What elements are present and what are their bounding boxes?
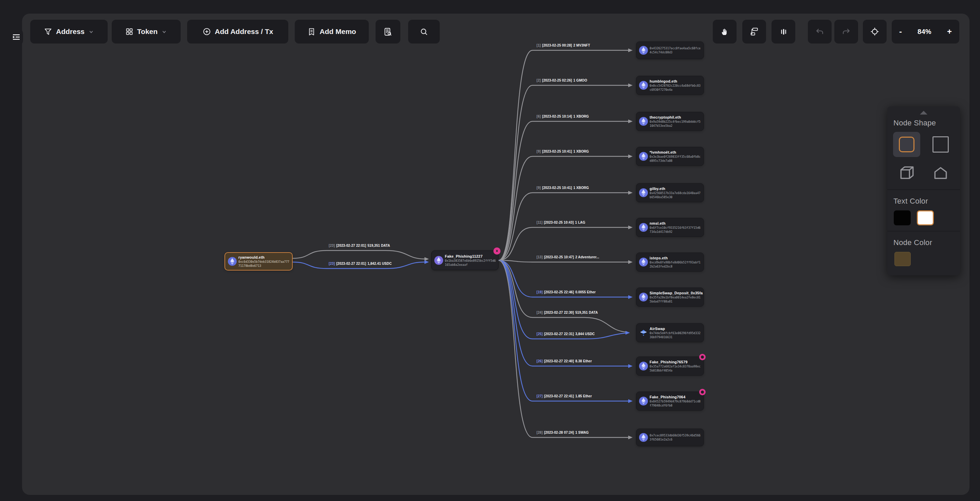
edge-amount: 1 XBORG <box>574 115 589 118</box>
node-name: humblegod.eth <box>650 79 702 84</box>
ethereum-icon <box>639 223 648 232</box>
edge-index: [9] <box>536 150 541 153</box>
auto-layout-button[interactable] <box>742 20 766 43</box>
hand-tool-button[interactable] <box>713 20 737 43</box>
add-memo-button[interactable]: Add Memo <box>295 20 369 43</box>
address-node[interactable]: gilby.eth 0x42560517b33a7e68cda1640aa47b… <box>636 183 704 202</box>
edge-amount: 0.0055 Ether <box>575 290 596 294</box>
sidebar-expand-tab[interactable] <box>0 28 23 46</box>
edge-label[interactable]: [19][2023-02-25 22:46]0.0055 Ether <box>536 290 596 295</box>
edge-amount: 8.38 Ether <box>575 359 592 363</box>
address-node[interactable]: nmsl.eth 0x6f7ce10cf9335216f63f37f15d673… <box>636 218 704 237</box>
ethereum-icon <box>639 117 648 126</box>
shape-option-house[interactable] <box>927 160 954 185</box>
edge-index: [13] <box>536 255 542 259</box>
collapse-panel-button[interactable] <box>920 111 928 115</box>
edge-amount: 1 XBORG <box>574 150 589 153</box>
zoom-in-button[interactable]: + <box>947 27 952 36</box>
edge-amount: 2 Adventurer... <box>575 255 599 259</box>
shape-option-square[interactable] <box>927 132 954 157</box>
address-node[interactable]: *lvmhmoët.eth 0x3e3bae0f269833ff35c68a0f… <box>636 147 704 166</box>
node-address: 0x1ba383587e6b6e8925bc2fff5d6165ab8a2eea… <box>445 258 496 267</box>
token-filter-button[interactable]: Token <box>112 20 181 43</box>
memo-icon <box>307 27 316 36</box>
edge-amount: 519,351 DATA <box>368 244 390 247</box>
edge-label[interactable]: [24][2023-02-27 22:30]519,351 DATA <box>536 311 598 316</box>
edge-label[interactable]: [2][2023-02-25 02:26]1 GMOO <box>536 78 587 83</box>
source-address-node[interactable]: ryanwould.eth 0xc6d330e5b7deb31824b837aa… <box>224 252 293 271</box>
filter-icon <box>44 27 52 36</box>
address-node[interactable]: Fake_Phishing7064 0x84527b5949d479c879b8… <box>636 392 704 411</box>
node-color-swatch[interactable] <box>894 252 911 266</box>
node-name: AirSwap <box>650 326 702 331</box>
add-address-tx-button[interactable]: Add Address / Tx <box>187 20 288 43</box>
undo-icon <box>815 27 824 36</box>
edge-index: [9] <box>536 186 541 190</box>
address-node[interactable]: AirSwap 0x74de5d4fcbf63e00296fd95d33236b… <box>636 323 704 342</box>
edge-amount: 3,844 USDC <box>575 332 595 336</box>
edge-index: [24] <box>536 311 542 314</box>
house-icon <box>932 164 949 181</box>
node-address: 0x7cec09533db68d36f539c46d5663f65681e2a2… <box>650 433 702 442</box>
zoom-control: - 84% + <box>892 20 959 43</box>
contract-search-icon <box>383 27 393 37</box>
locate-button[interactable] <box>863 20 887 43</box>
edge-amount: 1 XBORG <box>574 186 589 190</box>
edge-label[interactable]: [28][2023-02-28 07:24]1 SWAG <box>536 431 589 436</box>
address-node[interactable]: thecryptophil.eth 0x9a59d8b225c4fbec199a… <box>636 112 704 131</box>
address-node[interactable]: 0x7cec09533db68d36f539c46d5663f65681e2a2… <box>636 429 704 446</box>
node-address: 0x0cc5428702c220cc4a68dfb6c83c6930f7270e… <box>650 84 702 92</box>
edge-index: [23] <box>329 244 335 247</box>
search-button[interactable] <box>408 20 440 43</box>
ethereum-icon <box>639 328 648 337</box>
undo-button[interactable] <box>808 20 832 43</box>
chevron-down-icon <box>88 29 94 35</box>
contract-search-button[interactable] <box>375 20 400 43</box>
node-address: 0xcd9e0fe98bfe8d06b52ff93abf12b2a63fed2b… <box>650 260 702 268</box>
zoom-level: 84% <box>918 28 931 36</box>
text-color-black-swatch[interactable] <box>894 211 911 225</box>
plus-circle-icon <box>202 27 211 36</box>
edge-label[interactable]: [9][2023-02-25 10:41]1 XBORG <box>536 186 589 191</box>
address-node[interactable]: isteps.eth 0xcd9e0fe98bfe8d06b52ff93abf1… <box>636 252 704 271</box>
hub-phishing-node[interactable]: Fake_Phishing11227 0x1ba383587e6b6e8925b… <box>431 250 498 270</box>
columns-button[interactable] <box>772 20 795 43</box>
edge-label[interactable]: [23][2023-02-27 22:01]519,351 DATA <box>329 244 390 249</box>
address-node[interactable]: humblegod.eth 0x0cc5428702c220cc4a68dfb6… <box>636 76 704 95</box>
edge-label[interactable]: [26][2023-02-27 22:40]8.38 Ether <box>536 359 592 364</box>
edge-label[interactable]: [6][2023-02-25 10:14]1 XBORG <box>536 115 589 119</box>
shape-option-rounded-square[interactable] <box>893 132 920 157</box>
hand-tool-icon <box>721 27 729 36</box>
ring-warning-icon <box>699 389 706 395</box>
edge-label[interactable]: [11][2023-02-25 10:43]1 LAG <box>536 220 585 225</box>
edge-datetime: [2023-02-27 22:41] <box>544 394 574 398</box>
edge-amount: 519,351 DATA <box>575 311 598 314</box>
text-color-white-swatch[interactable] <box>917 211 934 225</box>
edge-label[interactable]: [13][2023-02-25 10:47]2 Adventurer... <box>536 255 599 260</box>
node-name: ryanwould.eth <box>239 255 290 260</box>
address-node[interactable]: 0x4326275317acc0fae4aa5c68fce4c54c74dc08… <box>636 41 704 59</box>
edge-label[interactable]: [25][2023-02-27 22:31]3,844 USDC <box>536 332 595 337</box>
edge-amount: 2 MV3NFT <box>574 43 590 47</box>
address-filter-button[interactable]: Address <box>30 20 108 43</box>
address-node[interactable]: SimpleSwap_Deposit_0x35fa 0x35fa28e1bf8e… <box>636 287 704 306</box>
node-name: Fake_Phishing76579 <box>650 360 702 364</box>
edge-label[interactable]: [1][2023-02-25 00:28]2 MV3NFT <box>536 43 590 48</box>
edge-index: [1] <box>536 43 541 47</box>
address-node[interactable]: Fake_Phishing76579 0x35a772a682af1e34c03… <box>636 357 704 376</box>
edge-datetime: [2023-02-27 22:30] <box>544 311 574 314</box>
zoom-out-button[interactable]: - <box>899 27 902 36</box>
redo-button[interactable] <box>834 20 858 43</box>
edge-amount: 1,842.41 USDC <box>368 262 391 265</box>
edge-datetime: [2023-02-25 10:43] <box>544 220 574 224</box>
edge-datetime: [2023-02-25 10:41] <box>542 150 572 153</box>
address-filter-label: Address <box>56 27 84 36</box>
edge-label[interactable]: [27][2023-02-27 22:41]1.85 Ether <box>536 394 592 399</box>
edge-label[interactable]: [23][2023-02-27 22:01]1,842.41 USDC <box>329 262 392 266</box>
edge-label[interactable]: [9][2023-02-25 10:41]1 XBORG <box>536 150 589 154</box>
grid-icon <box>125 27 134 36</box>
text-color-title: Text Color <box>893 197 928 206</box>
shape-option-cube[interactable] <box>893 160 920 185</box>
ethereum-icon <box>228 257 237 266</box>
node-address: 0xc6d330e5b7deb31824b837aa77771178bd8e67… <box>239 260 290 268</box>
